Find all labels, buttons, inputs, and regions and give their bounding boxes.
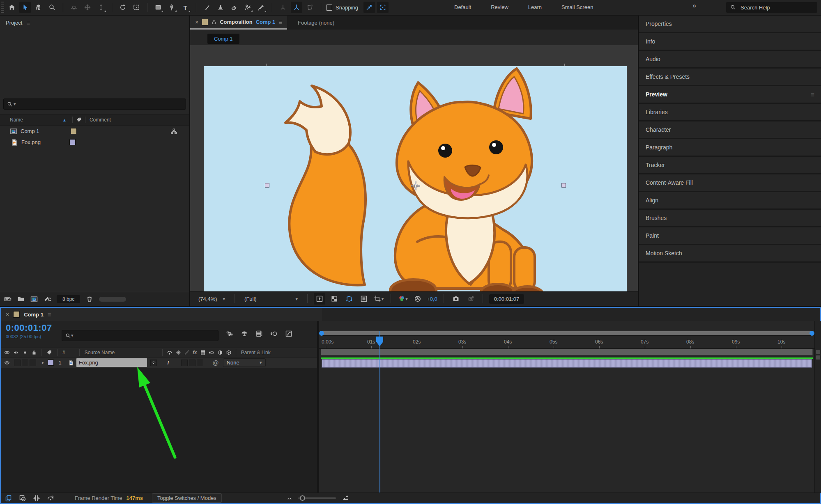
layer-label-swatch[interactable] bbox=[48, 360, 54, 366]
transparency-grid-button[interactable] bbox=[329, 293, 340, 305]
exposure-button[interactable] bbox=[412, 293, 423, 305]
layer-switch-box[interactable] bbox=[181, 360, 188, 366]
3d-layer-column-icon[interactable] bbox=[226, 350, 232, 355]
column-parent-link[interactable]: Parent & Link bbox=[241, 350, 271, 355]
brush-tool[interactable] bbox=[201, 2, 213, 13]
frame-blending-icon[interactable] bbox=[255, 330, 263, 337]
parent-dropdown[interactable]: None ▾ bbox=[223, 358, 266, 367]
sort-ascending-icon[interactable]: ▲ bbox=[62, 118, 67, 122]
shy-layers-button[interactable] bbox=[47, 495, 54, 502]
panel-tab-content-aware-fill[interactable]: Content-Aware Fill bbox=[639, 174, 821, 192]
layer-switch-box[interactable] bbox=[197, 360, 203, 366]
solo-column-icon[interactable] bbox=[22, 350, 28, 355]
lock-column-icon[interactable] bbox=[31, 350, 37, 355]
hand-tool[interactable] bbox=[33, 2, 44, 13]
render-settings-icon[interactable] bbox=[44, 296, 51, 303]
navigator-end-handle[interactable] bbox=[810, 331, 814, 336]
in-out-pane-button[interactable] bbox=[33, 495, 40, 502]
lock-toggle-box[interactable] bbox=[30, 360, 36, 366]
dolly-camera-tool[interactable] bbox=[95, 2, 107, 13]
view-axis-mode[interactable] bbox=[304, 2, 316, 13]
type-tool[interactable]: T bbox=[179, 2, 191, 13]
magnification-dropdown[interactable]: (74,4%) ▾ bbox=[195, 295, 228, 303]
zoom-in-mountain-icon[interactable] bbox=[342, 495, 349, 502]
viewer-timecode[interactable]: 0:00:01:07 bbox=[489, 294, 524, 304]
viewer-pasteboard[interactable] bbox=[190, 45, 638, 291]
playhead-marker[interactable] bbox=[376, 337, 383, 346]
interpret-footage-icon[interactable] bbox=[4, 296, 11, 303]
panel-tab-motion-sketch[interactable]: Motion Sketch bbox=[639, 245, 821, 263]
workspace-review[interactable]: Review bbox=[491, 4, 508, 10]
unlock-icon[interactable] bbox=[212, 20, 216, 25]
effects-column-icon[interactable]: fx bbox=[193, 350, 197, 355]
composition-mini-flowchart-icon[interactable] bbox=[226, 330, 233, 337]
composition-canvas[interactable] bbox=[204, 66, 627, 303]
layer-duration-bar[interactable] bbox=[322, 359, 812, 368]
snap-features-toggle[interactable] bbox=[377, 2, 389, 13]
layer-list-empty-area[interactable] bbox=[1, 368, 317, 493]
flowchart-icon[interactable] bbox=[170, 128, 177, 135]
layer-handle-left[interactable] bbox=[265, 183, 269, 188]
pan-camera-tool[interactable] bbox=[82, 2, 93, 13]
panel-menu-icon[interactable]: ≡ bbox=[811, 91, 814, 98]
panel-tab-character[interactable]: Character bbox=[639, 121, 821, 139]
search-help-box[interactable] bbox=[726, 2, 817, 13]
draft-3d-icon[interactable] bbox=[241, 330, 248, 337]
label-column-icon[interactable] bbox=[76, 117, 82, 123]
eraser-tool[interactable] bbox=[228, 2, 240, 13]
audio-toggle-box[interactable] bbox=[14, 360, 21, 366]
orbit-camera-tool[interactable] bbox=[68, 2, 80, 13]
tab-composition[interactable]: × Composition Comp 1 ≡ bbox=[190, 16, 287, 30]
workspace-learn[interactable]: Learn bbox=[528, 4, 542, 10]
search-help-input[interactable] bbox=[740, 4, 807, 11]
quality-column-icon[interactable] bbox=[184, 350, 190, 355]
work-area-bar[interactable] bbox=[321, 349, 813, 355]
expand-layers-pane-button[interactable] bbox=[5, 495, 12, 502]
close-icon[interactable]: × bbox=[195, 19, 198, 25]
local-axis-mode[interactable] bbox=[277, 2, 289, 13]
layer-switch-box[interactable] bbox=[189, 360, 195, 366]
panel-tab-audio[interactable]: Audio bbox=[639, 51, 821, 69]
roto-brush-tool[interactable] bbox=[242, 2, 253, 13]
motion-blur-column-icon[interactable] bbox=[209, 350, 214, 355]
column-comment[interactable]: Comment bbox=[90, 117, 111, 123]
zoom-out-mountain-icon[interactable] bbox=[287, 495, 292, 501]
expand-icon[interactable]: ▸ bbox=[42, 360, 44, 365]
navigator-start-handle[interactable] bbox=[319, 331, 324, 336]
motion-blur-icon[interactable] bbox=[270, 330, 278, 337]
panel-tab-align[interactable]: Align bbox=[639, 192, 821, 210]
project-search-field[interactable]: ▾ bbox=[3, 99, 186, 110]
collapse-transformations-column-icon[interactable] bbox=[175, 350, 181, 355]
workspace-default[interactable]: Default bbox=[454, 4, 471, 10]
workspace-overflow-button[interactable]: » bbox=[692, 2, 696, 9]
timeline-track-area[interactable]: 0:00s 01s 02s 03s 04s 05s 06s 07s 08s 09… bbox=[319, 321, 814, 493]
layer-visibility-eye-icon[interactable] bbox=[4, 360, 10, 366]
adjustment-layer-column-icon[interactable] bbox=[217, 350, 223, 355]
exposure-value[interactable]: +0,0 bbox=[427, 296, 437, 302]
take-snapshot-button[interactable] bbox=[450, 293, 462, 305]
panel-tab-tracker[interactable]: Tracker bbox=[639, 157, 821, 174]
column-name[interactable]: Name bbox=[10, 117, 23, 123]
clone-stamp-tool[interactable] bbox=[215, 2, 226, 13]
tab-footage[interactable]: Footage (none) bbox=[287, 16, 345, 30]
panel-menu-icon[interactable]: ≡ bbox=[278, 18, 282, 25]
timeline-zoom-slider[interactable] bbox=[298, 497, 336, 499]
label-swatch-comp[interactable] bbox=[71, 128, 77, 134]
parent-pickwhip-icon[interactable]: @ bbox=[212, 359, 218, 366]
puppet-pin-tool[interactable] bbox=[255, 2, 267, 13]
pen-tool[interactable] bbox=[166, 2, 177, 13]
panel-tab-preview[interactable]: Preview≡ bbox=[639, 86, 821, 104]
trash-icon[interactable] bbox=[86, 296, 93, 303]
blend-modes-pane-button[interactable] bbox=[19, 495, 26, 502]
column-number[interactable]: # bbox=[62, 350, 65, 355]
snapping-checkbox[interactable] bbox=[326, 5, 332, 11]
show-snapshot-button[interactable] bbox=[465, 293, 476, 305]
world-axis-mode[interactable] bbox=[291, 2, 302, 13]
layer-shy-toggle[interactable] bbox=[150, 360, 157, 366]
snapping-control[interactable]: Snapping bbox=[326, 5, 358, 11]
snap-along-edges-toggle[interactable] bbox=[363, 2, 375, 13]
layer-row-1[interactable]: ▸ 1 Fox.png / @ None ▾ bbox=[1, 357, 317, 368]
column-source-name[interactable]: Source Name bbox=[85, 350, 115, 355]
project-item-footage[interactable]: Fox.png bbox=[0, 137, 189, 148]
timeline-navigator[interactable] bbox=[319, 331, 814, 336]
